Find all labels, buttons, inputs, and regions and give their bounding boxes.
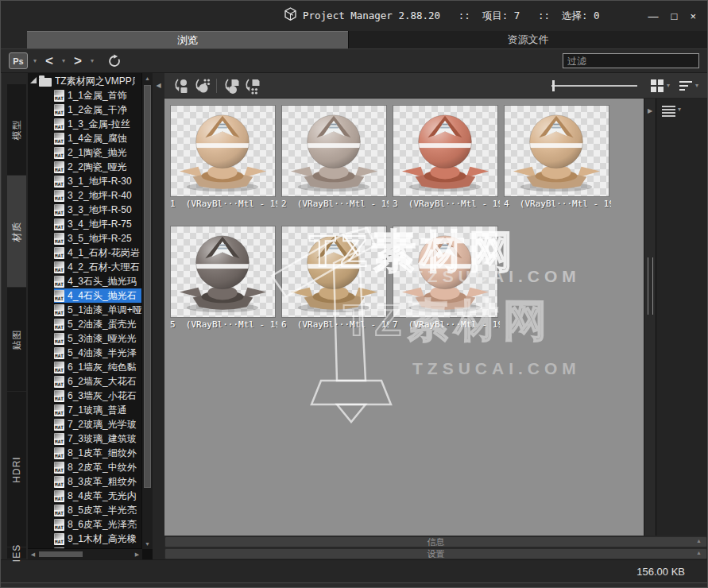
scroll-left-icon[interactable]: ◀ — [28, 551, 38, 558]
tree-root-row[interactable]: TZ素材网之VMPP库 — [28, 74, 142, 88]
filter-input[interactable] — [563, 53, 699, 68]
tree-item[interactable]: 9_1木材_高光橡 — [28, 532, 142, 546]
content-splitter[interactable]: ▶ — [644, 99, 656, 536]
tree-item[interactable]: 8_4皮革_无光内 — [28, 489, 142, 503]
panel-menu-dropdown-icon[interactable]: ▾ — [678, 106, 681, 113]
tree-item[interactable]: 8_2皮革_中纹外 — [28, 460, 142, 474]
photoshop-dropdown-icon[interactable]: ▾ — [33, 57, 37, 64]
tree-item[interactable]: 4_3石头_抛光玛 — [28, 274, 142, 288]
tree-item[interactable]: 8_6皮革_光泽亮 — [28, 517, 142, 532]
tree-item[interactable]: 8_1皮革_细纹外 — [28, 446, 142, 460]
thumbnail-size-slider[interactable] — [551, 80, 637, 91]
tree-item[interactable]: 7_3玻璃_建筑玻 — [28, 431, 142, 446]
tree-horizontal-scrollbar[interactable]: ◀ ▶ — [28, 548, 142, 559]
panel-menu-icon[interactable]: ▾ — [662, 106, 707, 118]
menu-item[interactable] — [63, 13, 82, 19]
tree-item-label: 4_3石头_抛光玛 — [68, 275, 137, 288]
close-button[interactable]: × — [690, 11, 696, 21]
collapse-left-icon[interactable]: ◀ — [156, 82, 161, 89]
slider-handle[interactable] — [552, 80, 555, 91]
tree-item[interactable]: 2_1陶瓷_抛光 — [28, 145, 142, 160]
tree-item[interactable]: 3_1_地坪-R-30 — [28, 174, 142, 188]
category-tab[interactable]: 材质 — [7, 176, 26, 287]
tree-item[interactable]: 8_5皮革_半光亮 — [28, 503, 142, 517]
menu-item[interactable] — [6, 13, 25, 19]
tree-item[interactable]: 7_1玻璃_普通 — [28, 403, 142, 417]
category-tab[interactable]: IES — [7, 547, 26, 559]
tree-item[interactable]: 7_2玻璃_光学玻 — [28, 417, 142, 431]
category-tab[interactable]: HDRI — [7, 392, 26, 547]
tree-item[interactable]: 5_3油漆_哑光光 — [28, 331, 142, 346]
material-thumbnail[interactable]: 1 (VRayBl···Mtl - 19) — [170, 105, 277, 211]
splitter-grip[interactable] — [648, 257, 653, 315]
material-thumbnail[interactable]: 5 (VRayBl···Mtl - 19) — [170, 226, 277, 332]
assign-material-to-selection-icon[interactable] — [171, 76, 192, 95]
tree-item[interactable]: 6_3墙灰_小花石 — [28, 389, 142, 403]
tree-item[interactable]: 1_4金属_腐蚀 — [28, 131, 142, 145]
material-thumbnail[interactable]: 4 (VRayBl···Mtl - 19) — [504, 105, 611, 211]
sort-dropdown-icon[interactable]: ▾ — [695, 82, 698, 89]
forward-button[interactable]: > — [71, 54, 85, 68]
tree-item[interactable]: 3_4_地坪-R-75 — [28, 217, 142, 231]
rollout-bar[interactable]: 信息 ▲ — [164, 536, 707, 547]
tree-item-label: 5_1油漆_单调+哑 — [68, 304, 142, 317]
tree-item-label: 1_4金属_腐蚀 — [68, 132, 127, 145]
tab-browse[interactable]: 浏览 — [27, 31, 348, 48]
h-scroll-thumb[interactable] — [39, 551, 83, 557]
mat-file-icon — [54, 476, 64, 488]
forward-dropdown-icon[interactable]: ▾ — [91, 57, 94, 64]
tree-item[interactable]: 4_2_石材-大理石 — [28, 260, 142, 274]
tree-item[interactable]: 2_2陶瓷_哑光 — [28, 160, 142, 174]
refresh-icon[interactable] — [107, 54, 122, 68]
back-button[interactable]: < — [42, 54, 56, 68]
material-thumbnail[interactable]: 3 (VRayBl···Mtl - 19) — [393, 105, 500, 211]
tree-item[interactable]: 1_1金属_首饰 — [28, 88, 142, 103]
grid-view-dropdown-icon[interactable]: ▾ — [667, 82, 670, 89]
rollout-collapse-icon[interactable]: ▲ — [696, 538, 702, 544]
category-tab[interactable]: 贴图 — [7, 288, 26, 391]
assign-material-to-editor-icon[interactable] — [192, 76, 212, 95]
mat-file-icon — [54, 133, 64, 145]
maximize-button[interactable]: □ — [671, 11, 678, 21]
tree-item[interactable]: 4_4石头_抛光石 — [28, 288, 142, 303]
tree-item[interactable]: 3_2_地坪-R-40 — [28, 188, 142, 203]
scroll-down-icon[interactable]: ▼ — [142, 539, 153, 549]
mat-file-icon — [54, 505, 64, 516]
tree-item[interactable]: 6_2墙灰_大花石 — [28, 374, 142, 389]
scroll-right-icon[interactable]: ▶ — [132, 551, 142, 558]
tree-item[interactable]: 5_1油漆_单调+哑 — [28, 303, 142, 317]
back-dropdown-icon[interactable]: ▾ — [62, 57, 65, 64]
tree-item[interactable]: 1_2金属_干净 — [28, 103, 142, 117]
tree-item[interactable]: 3_3_地坪-R-50 — [28, 203, 142, 217]
grid-view-icon[interactable] — [650, 79, 664, 93]
menu-item[interactable] — [44, 13, 63, 19]
tree-item[interactable]: 3_5_地坪-R-25 — [28, 231, 142, 246]
tab-resource-files[interactable]: 资源文件 — [348, 31, 707, 48]
tree-splitter[interactable]: ◀ — [153, 73, 164, 559]
tree-item[interactable]: 5_2油漆_蛋壳光 — [28, 317, 142, 331]
mat-file-icon — [54, 90, 64, 102]
tree-vertical-scrollbar[interactable]: ▲ ▼ — [141, 73, 153, 549]
tree-item[interactable]: 5_4油漆_半光泽 — [28, 346, 142, 360]
tree-item[interactable]: 6_1墙灰_纯色黏 — [28, 360, 142, 374]
rollout-collapse-icon[interactable]: ▲ — [696, 550, 702, 555]
v-scroll-thumb[interactable] — [144, 85, 151, 488]
tree-item[interactable]: 8_3皮革_粗纹外 — [28, 474, 142, 489]
material-preview-image — [281, 226, 387, 318]
material-thumbnail[interactable]: 2 (VRayBl···Mtl - 19) — [281, 105, 389, 211]
minimize-button[interactable]: — — [648, 11, 659, 21]
scroll-up-icon[interactable]: ▲ — [142, 73, 153, 83]
sort-icon[interactable] — [679, 80, 693, 91]
rollout-bar[interactable]: 设置 ▲ — [164, 548, 707, 559]
material-thumbnail[interactable]: 6 (VRayBl···Mtl - 19) — [281, 226, 389, 332]
render-preview-icon[interactable] — [221, 76, 242, 95]
photoshop-button[interactable]: Ps — [9, 52, 28, 69]
menu-item[interactable] — [25, 13, 44, 19]
render-all-previews-icon[interactable] — [242, 76, 262, 95]
collapse-right-icon[interactable]: ▶ — [644, 107, 656, 114]
expand-triangle-icon[interactable] — [30, 77, 37, 83]
tree-item[interactable]: 4_1_石材-花岗岩 — [28, 246, 142, 260]
category-tab[interactable]: 模型 — [7, 84, 26, 175]
tree-item[interactable]: 1_3_金属-拉丝 — [28, 117, 142, 131]
material-thumbnail[interactable]: 7 (VRayBl···Mtl - 19) — [393, 226, 500, 332]
